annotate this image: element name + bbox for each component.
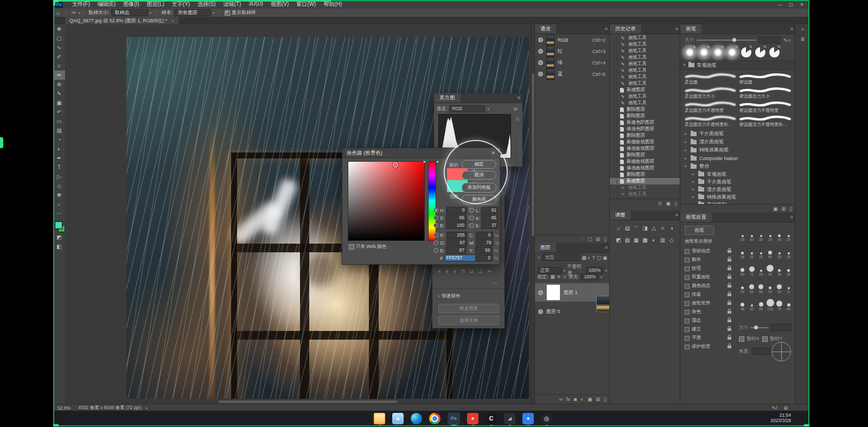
panel-menu-icon[interactable]: ≡ <box>605 245 608 250</box>
blend-mode-select[interactable]: 正常 <box>538 267 561 274</box>
brush-tip-sample[interactable]: 36 <box>738 244 747 259</box>
new-channel-icon[interactable]: ⊞ <box>596 237 601 242</box>
visibility-eye-icon[interactable] <box>538 37 543 42</box>
eraser-tool[interactable]: ▭ <box>53 117 65 126</box>
history-state-row[interactable]: ✎画笔工具 <box>610 191 680 197</box>
field-radio[interactable] <box>469 208 474 213</box>
history-state-row[interactable]: ✎画笔工具 <box>610 100 680 106</box>
channel-row[interactable]: RGBCtrl+2 <box>535 34 610 46</box>
layer-filter-input[interactable]: 类型 <box>542 254 580 261</box>
brush-tip-sample[interactable]: 30 <box>747 226 756 241</box>
brush-tip-sample[interactable]: 39 <box>765 278 775 294</box>
refresh-icon[interactable]: ⟳ <box>514 106 518 112</box>
exposure-icon[interactable]: ◨ <box>641 225 649 233</box>
history-state-row[interactable]: ✎画笔工具 <box>610 54 680 61</box>
field-radio[interactable] <box>433 248 438 253</box>
new-group-icon[interactable]: ▣ <box>588 397 592 402</box>
field-input[interactable]: 0 <box>476 232 493 239</box>
option-checkbox[interactable] <box>685 318 690 323</box>
layer-filter-icon-2[interactable]: T <box>592 255 595 260</box>
move-tool[interactable]: ✥ <box>53 24 65 34</box>
history-snapshot-cell[interactable] <box>611 36 617 41</box>
minimize-button[interactable]: — <box>775 1 786 8</box>
channel-mixer-icon[interactable]: ▦ <box>632 237 641 243</box>
history-snapshot-cell[interactable] <box>611 49 617 54</box>
posterize-icon[interactable]: ▥ <box>658 237 667 243</box>
brush-size-slider[interactable] <box>697 40 756 41</box>
color-field-marker[interactable] <box>393 162 398 168</box>
history-brush-tool[interactable]: ↶ <box>53 107 65 117</box>
brush-preview-toggle-icon[interactable]: ✎▱ <box>783 37 791 43</box>
history-snapshot-cell[interactable] <box>611 62 617 67</box>
field-radio[interactable] <box>433 223 438 228</box>
history-snapshot-cell[interactable] <box>611 186 617 190</box>
history-snapshot-cell[interactable] <box>611 101 617 106</box>
brush-tip-sample[interactable]: 30 <box>756 226 765 241</box>
histogram-channel-select[interactable]: RGB <box>449 105 485 112</box>
field-input[interactable]: 0 <box>475 254 493 262</box>
delete-state-icon[interactable]: ▯ <box>674 201 677 206</box>
history-snapshot-cell[interactable] <box>611 140 617 145</box>
brush-subfolder-常规画笔[interactable]: ▸常规画笔 <box>680 170 795 178</box>
brush-tip-sample[interactable]: 25 <box>784 226 793 241</box>
lock-icon-1[interactable]: ✛ <box>557 274 560 280</box>
field-input[interactable]: 255 <box>446 232 467 239</box>
option-checkbox[interactable] <box>685 327 690 332</box>
tip-size-value[interactable] <box>770 324 791 331</box>
history-snapshot-cell[interactable] <box>611 153 617 158</box>
channel-row[interactable]: 红Ctrl+3 <box>535 46 610 57</box>
brush-angle-wheel[interactable] <box>771 342 791 361</box>
brush-option-传递[interactable]: 传递 <box>680 290 736 299</box>
history-state-row[interactable]: 删除图层 <box>610 132 680 139</box>
tab-channels[interactable]: 通道 <box>535 24 556 34</box>
option-checkbox[interactable] <box>685 284 690 289</box>
taskbar-photoshop-icon[interactable]: Ps <box>448 412 460 425</box>
threshold-icon[interactable]: ◇ <box>667 237 676 243</box>
option-checkbox[interactable] <box>685 275 690 280</box>
shape-tool[interactable]: ◇ <box>53 181 65 190</box>
brush-tip-preview-0[interactable] <box>685 47 695 58</box>
menu-item[interactable]: 3D(D) <box>245 0 267 9</box>
tab-histogram[interactable]: 直方图 <box>434 93 461 103</box>
panel-menu-icon[interactable]: ≡ <box>790 214 793 220</box>
menu-item[interactable]: 视图(V) <box>267 0 292 9</box>
tab-layers[interactable]: 图层 <box>535 243 556 252</box>
panel-menu-icon[interactable]: ≡ <box>790 26 793 31</box>
field-input[interactable]: 0 <box>446 207 467 214</box>
brush-tip-sample[interactable]: 63 <box>747 278 756 294</box>
foreground-color-chip[interactable] <box>55 221 62 229</box>
brush-tip-sample[interactable]: 25 <box>775 244 784 259</box>
visibility-eye-icon[interactable] <box>538 60 543 65</box>
document-tab[interactable]: QAQ_0677.jpg @ 52.8% (图层 1, RGB/8位) * × <box>65 17 178 24</box>
brush-tip-sample[interactable]: 33 <box>738 278 747 294</box>
lock-icon[interactable] <box>727 267 731 270</box>
brush-tool[interactable]: ✎ <box>53 89 65 98</box>
lock-icon[interactable] <box>727 285 731 288</box>
field-input[interactable]: 66 <box>446 214 467 221</box>
delete-channel-icon[interactable]: ▯ <box>604 237 607 242</box>
color-lookup-icon[interactable]: ▩ <box>641 237 649 243</box>
menu-item[interactable]: 选择(S) <box>194 0 219 9</box>
channel-row[interactable]: 蓝Ctrl+5 <box>535 68 610 80</box>
opacity-value[interactable]: 100% <box>586 267 603 274</box>
visibility-eye-icon[interactable] <box>538 309 543 314</box>
history-state-row[interactable]: ✎画笔工具 <box>610 184 680 191</box>
save-selection-icon[interactable]: ▢ <box>588 237 592 242</box>
history-snapshot-cell[interactable] <box>611 68 617 73</box>
option-checkbox[interactable] <box>685 249 690 254</box>
brush-subfolder-特殊效果画笔[interactable]: ▸特殊效果画笔 <box>680 193 795 201</box>
layer-filter-icon-1[interactable]: ◐ <box>588 255 591 260</box>
new-snapshot-icon[interactable]: ▣ <box>666 201 671 206</box>
brushes-shortcut-button[interactable]: 画笔 <box>685 226 714 235</box>
history-snapshot-cell[interactable] <box>611 120 617 125</box>
brush-folder-Composite Nation[interactable]: ▸Composite Nation <box>680 154 795 162</box>
brush-tip-preview-2[interactable] <box>713 47 723 58</box>
layer-filter-icon-4[interactable]: ▣ <box>603 255 607 260</box>
fill-value[interactable]: 100% <box>581 273 598 281</box>
taskbar-start-icon[interactable] <box>355 413 367 424</box>
history-snapshot-cell[interactable] <box>611 107 617 112</box>
tab-adjustments[interactable]: 调整 <box>610 211 631 220</box>
link-layers-icon[interactable]: ∞ <box>559 397 563 402</box>
history-snapshot-cell[interactable] <box>611 133 617 138</box>
angle-value[interactable] <box>752 348 771 355</box>
